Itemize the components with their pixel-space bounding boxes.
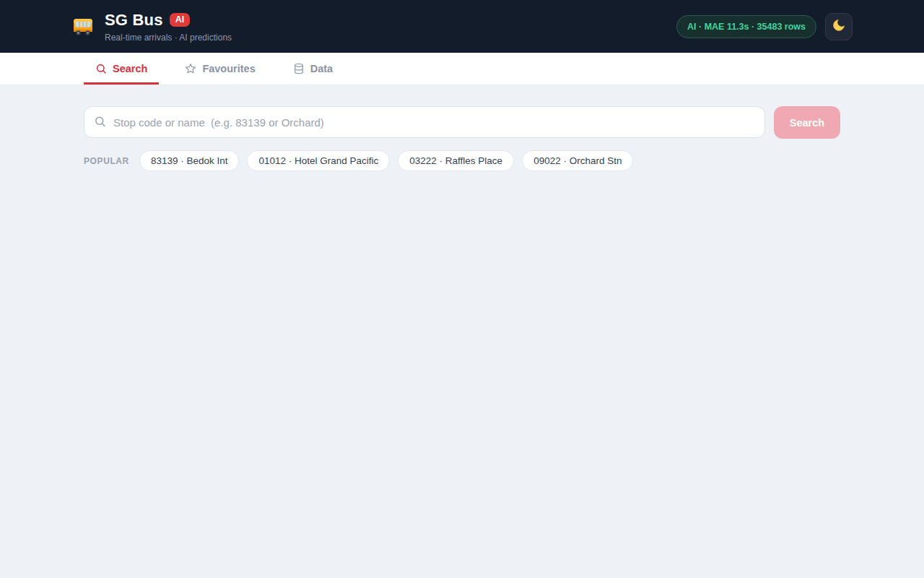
- stop-search-input[interactable]: [84, 106, 765, 138]
- star-icon: [185, 63, 196, 74]
- app-subtitle: Real-time arrivals · AI predictions: [105, 33, 232, 43]
- model-stats-badge: AI · MAE 11.3s · 35483 rows: [676, 15, 816, 38]
- database-icon: [293, 63, 305, 74]
- search-button[interactable]: Search: [774, 106, 840, 139]
- tab-search[interactable]: Search: [84, 53, 159, 85]
- app-title: SG Bus: [105, 11, 163, 30]
- popular-label: POPULAR: [84, 156, 129, 166]
- tab-bar: Search Favourites Data: [0, 53, 924, 85]
- theme-toggle-button[interactable]: [825, 13, 853, 40]
- brand: SG Bus AI Real-time arrivals · AI predic…: [71, 11, 232, 43]
- search-icon: [95, 63, 107, 74]
- popular-chip[interactable]: 83139 · Bedok Int: [139, 150, 240, 171]
- tab-data[interactable]: Data: [282, 53, 344, 85]
- popular-chip[interactable]: 01012 · Hotel Grand Pacific: [247, 150, 390, 171]
- tab-favourites[interactable]: Favourites: [173, 53, 266, 85]
- popular-chip[interactable]: 09022 · Orchard Stn: [522, 150, 633, 171]
- tab-favourites-label: Favourites: [202, 63, 255, 74]
- bus-icon: [71, 15, 95, 38]
- tab-search-label: Search: [113, 63, 147, 74]
- moon-icon: [832, 18, 846, 35]
- ai-badge: AI: [170, 13, 191, 27]
- popular-stops-row: POPULAR 83139 · Bedok Int 01012 · Hotel …: [84, 150, 840, 171]
- popular-chip[interactable]: 03222 · Raffles Place: [398, 150, 514, 171]
- tab-data-label: Data: [310, 63, 333, 74]
- search-input-icon: [94, 115, 106, 130]
- app-header: SG Bus AI Real-time arrivals · AI predic…: [0, 0, 924, 53]
